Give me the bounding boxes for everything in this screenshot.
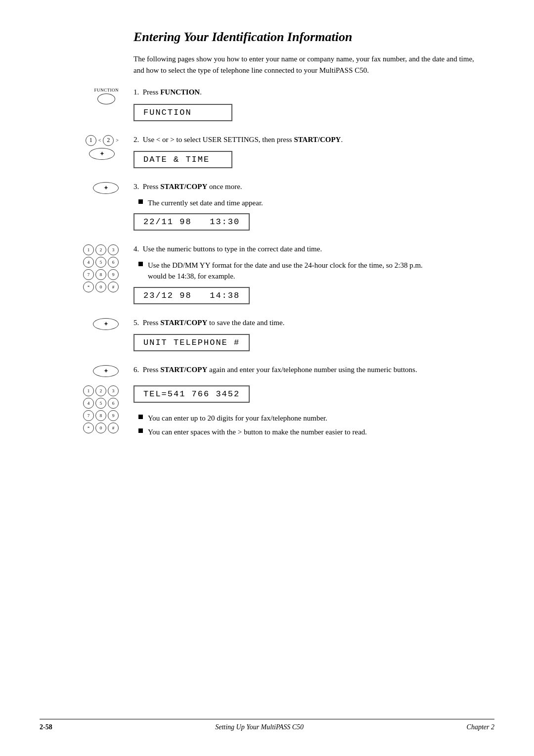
sun-icon-2: ✦ [99, 150, 105, 158]
step-6-text: 6. Press START/COPY again and enter your… [134, 364, 494, 376]
num-2-circle: 2 [103, 135, 114, 146]
step-6-bullet-1: You can enter up to 20 digits for your f… [138, 413, 494, 424]
startcopy-btn-6: ✦ [93, 365, 119, 377]
keypad-icon-4: 1 2 3 4 5 6 7 8 9 * 0 # [83, 244, 119, 292]
step-2-icon-col: 1 < 2 > ✦ [40, 134, 134, 160]
step-1-bold: FUNCTION [160, 88, 200, 96]
step-5-text: 5. Press START/COPY to save the date and… [134, 317, 494, 329]
step-2-bold: START/COPY [294, 136, 341, 143]
startcopy-btn-2: ✦ [89, 148, 115, 160]
page-title: Entering Your Identification Information [134, 30, 494, 45]
step-6-keypad-col: 1 2 3 4 5 6 7 8 9 * 0 # [40, 384, 134, 433]
step-3-icon-col: ✦ [40, 181, 134, 194]
key6-9: 9 [108, 410, 119, 421]
step-4-bullet-text: Use the DD/MM YY format for the date and… [148, 260, 435, 282]
step-1-text: 1. Press FUNCTION. [134, 87, 494, 98]
key-hash: # [108, 282, 119, 292]
arrow-right: > [116, 138, 119, 143]
startcopy-btn-5: ✦ [93, 318, 119, 330]
key6-3: 3 [108, 385, 119, 396]
step-6-lcd-bullets: TEL=541 766 3452 You can enter up to 20 … [134, 384, 494, 441]
num-row: 1 < 2 > [86, 135, 119, 146]
step-6-bullet-2-text: You can enter spaces with the > button t… [148, 426, 367, 438]
step-2-content: 2. Use < or > to select USER SETTINGS, t… [134, 134, 494, 174]
step-6-icon-col: ✦ [40, 364, 134, 377]
keypad-icon-6: 1 2 3 4 5 6 7 8 9 * 0 # [83, 385, 119, 433]
step-3-bullet: The currently set date and time appear. [138, 197, 494, 209]
key6-star: * [83, 423, 94, 433]
bullet-sq-6a [138, 415, 143, 419]
key6-5: 5 [95, 398, 106, 409]
key-9: 9 [108, 269, 119, 280]
step-6-bullet-2: You can enter spaces with the > button t… [138, 426, 494, 438]
function-button-icon: FUNCTION [94, 88, 119, 104]
step-3-bullet-text: The currently set date and time appear. [148, 197, 263, 209]
step-1: FUNCTION 1. Press FUNCTION. FUNCTION [40, 87, 494, 126]
key6-1: 1 [83, 385, 94, 396]
step-2: 1 < 2 > ✦ 2. Use < or > to select USER S… [40, 134, 494, 174]
function-btn-shape [97, 94, 115, 104]
num-selectors-icon: 1 < 2 > ✦ [86, 135, 119, 160]
step-5-icon-col: ✦ [40, 317, 134, 330]
key6-hash: # [108, 423, 119, 433]
sun-icon-3: ✦ [103, 184, 109, 192]
step-5-lcd: UNIT TELEPHONE # [134, 334, 250, 351]
step-4-content: 4. Use the numeric buttons to type in th… [134, 243, 494, 309]
step-3: ✦ 3. Press START/COPY once more. The cur… [40, 181, 494, 236]
step-4-bullet: Use the DD/MM YY format for the date and… [138, 260, 494, 282]
step-4: 1 2 3 4 5 6 7 8 9 * 0 # 4. Use the numer… [40, 243, 494, 309]
startcopy-btn-3: ✦ [93, 182, 119, 194]
step-6-lcd: TEL=541 766 3452 [134, 385, 250, 403]
step-6-bullet-1-text: You can enter up to 20 digits for your f… [148, 413, 327, 424]
key6-4: 4 [83, 398, 94, 409]
step-1-lcd: FUNCTION [134, 104, 232, 121]
key-star: * [83, 282, 94, 292]
page-footer: 2-58 Setting Up Your MultiPASS C50 Chapt… [40, 719, 494, 731]
step-2-text: 2. Use < or > to select USER SETTINGS, t… [134, 134, 494, 145]
step-6-bold: START/COPY [160, 366, 207, 374]
step-4-text: 4. Use the numeric buttons to type in th… [134, 243, 494, 255]
step-5: ✦ 5. Press START/COPY to save the date a… [40, 317, 494, 357]
footer-page-num: 2-58 [40, 723, 52, 731]
key6-8: 8 [95, 410, 106, 421]
arrow-left: < [98, 138, 101, 143]
key6-2: 2 [95, 385, 106, 396]
page: Entering Your Identification Information… [0, 0, 534, 756]
key-4: 4 [83, 257, 94, 268]
footer-chapter: Chapter 2 [467, 723, 494, 731]
step-3-text: 3. Press START/COPY once more. [134, 181, 494, 192]
step-6: ✦ 6. Press START/COPY again and enter yo… [40, 364, 494, 380]
num-1-circle: 1 [86, 135, 96, 146]
step-2-lcd: DATE & TIME [134, 151, 232, 168]
step-1-content: 1. Press FUNCTION. FUNCTION [134, 87, 494, 126]
step-4-icon-col: 1 2 3 4 5 6 7 8 9 * 0 # [40, 243, 134, 292]
footer-title: Setting Up Your MultiPASS C50 [215, 723, 304, 731]
step-4-lcd: 23/12 98 14:38 [134, 287, 250, 304]
key-3: 3 [108, 244, 119, 255]
step-5-content: 5. Press START/COPY to save the date and… [134, 317, 494, 357]
step-6-content: 6. Press START/COPY again and enter your… [134, 364, 494, 380]
function-label: FUNCTION [94, 88, 119, 93]
step-1-icon-col: FUNCTION [40, 87, 134, 104]
step-6-continued: 1 2 3 4 5 6 7 8 9 * 0 # TEL=541 766 3452… [40, 384, 494, 441]
step-3-bold: START/COPY [160, 183, 207, 190]
step-3-lcd: 22/11 98 13:30 [134, 213, 250, 231]
key-2: 2 [95, 244, 106, 255]
bullet-sq-4 [138, 262, 143, 266]
key6-7: 7 [83, 410, 94, 421]
key6-0: 0 [95, 423, 106, 433]
step-3-content: 3. Press START/COPY once more. The curre… [134, 181, 494, 236]
key-8: 8 [95, 269, 106, 280]
key-7: 7 [83, 269, 94, 280]
bullet-sq-3 [138, 199, 143, 204]
key-5: 5 [95, 257, 106, 268]
step-5-bold: START/COPY [160, 319, 207, 327]
key-1: 1 [83, 244, 94, 255]
key-0: 0 [95, 282, 106, 292]
bullet-sq-6b [138, 428, 143, 433]
key6-6: 6 [108, 398, 119, 409]
key-6: 6 [108, 257, 119, 268]
sun-icon-6: ✦ [103, 367, 109, 375]
sun-icon-5: ✦ [103, 320, 109, 328]
intro-text: The following pages show you how to ente… [134, 53, 480, 76]
